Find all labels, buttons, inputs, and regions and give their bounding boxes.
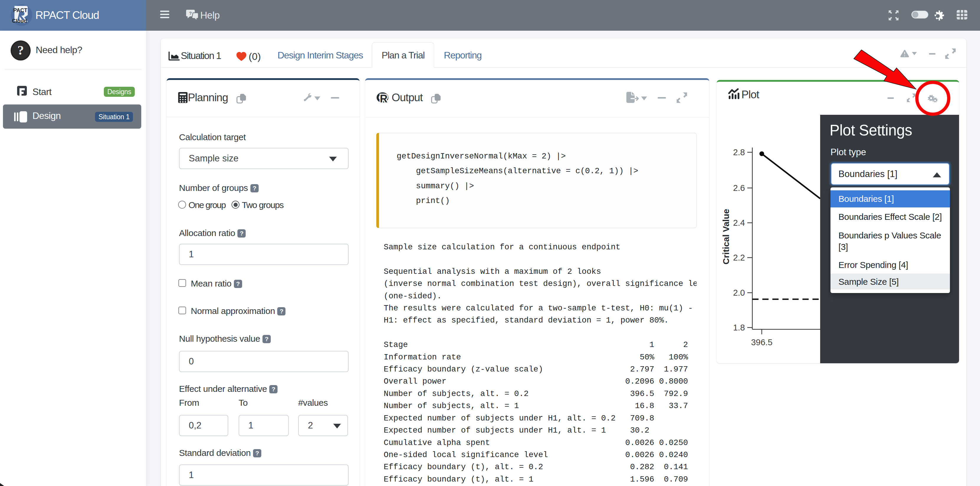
svg-text:R: R [380,92,388,104]
svg-text:2.0: 2.0 [733,288,745,298]
svg-text:2.6: 2.6 [733,183,745,193]
svg-text:Cloud: Cloud [12,18,27,24]
svg-text:2.2: 2.2 [733,253,745,262]
svg-text:2.8: 2.8 [733,148,745,157]
svg-text:?: ? [18,43,24,57]
svg-text:PACT: PACT [13,7,27,13]
svg-text:396.5: 396.5 [751,338,773,347]
svg-text:?: ? [189,11,192,16]
svg-text:Critical Value: Critical Value [721,209,731,265]
svg-text:2.4: 2.4 [733,218,745,228]
svg-text:1.8: 1.8 [733,323,745,332]
